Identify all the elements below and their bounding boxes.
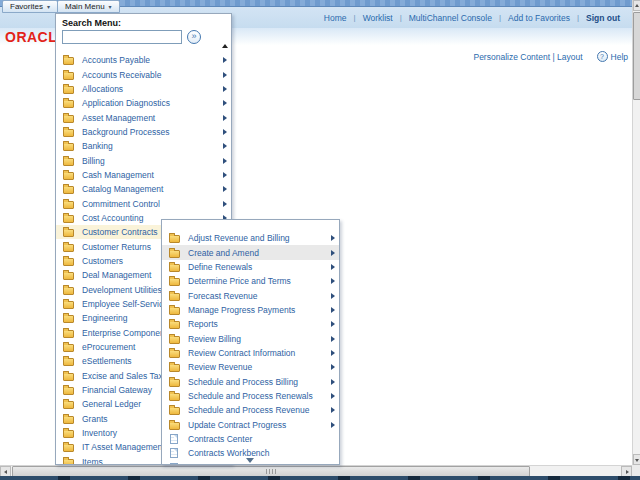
submenu-arrow-icon	[223, 143, 227, 149]
scrollbar-up-button[interactable]	[633, 0, 640, 11]
menu-item-label: Schedule and Process Billing	[188, 377, 298, 387]
menu-item-label: Manage Progress Payments	[188, 305, 295, 315]
folder-icon	[169, 250, 180, 258]
folder-icon	[169, 393, 180, 401]
nav-separator: |	[577, 13, 579, 22]
menu-item-determine-price-and-terms[interactable]: Determine Price and Terms	[162, 274, 339, 288]
scroll-down-icon[interactable]	[246, 458, 254, 463]
submenu-arrow-icon	[331, 350, 335, 356]
folder-icon	[63, 459, 74, 464]
menu-item-billing[interactable]: Billing	[56, 153, 231, 167]
folder-icon	[63, 172, 74, 180]
folder-icon	[169, 364, 180, 372]
menu-item-accounts-payable[interactable]: Accounts Payable	[56, 53, 231, 67]
folder-icon	[63, 344, 74, 352]
submenu-arrow-icon	[223, 100, 227, 106]
folder-icon	[63, 287, 74, 295]
nav-link-home[interactable]: Home	[324, 13, 347, 23]
menu-item-application-diagnostics[interactable]: Application Diagnostics	[56, 96, 231, 110]
tab-main-menu[interactable]: Main Menu ▾	[57, 0, 120, 13]
menu-item-update-contract-progress[interactable]: Update Contract Progress	[162, 417, 339, 431]
horizontal-scrollbar[interactable]	[0, 465, 632, 476]
folder-icon	[169, 264, 180, 272]
menu-item-label: Background Processes	[82, 127, 169, 137]
menu-item-manage-progress-payments[interactable]: Manage Progress Payments	[162, 303, 339, 317]
menu-item-schedule-and-process-revenue[interactable]: Schedule and Process Revenue	[162, 403, 339, 417]
menu-item-asset-management[interactable]: Asset Management	[56, 110, 231, 124]
menu-item-review-revenue[interactable]: Review Revenue	[162, 360, 339, 374]
menu-item-contracts-center[interactable]: Contracts Center	[162, 432, 339, 446]
menu-item-allocations[interactable]: Allocations	[56, 82, 231, 96]
menu-item-create-and-amend[interactable]: Create and Amend	[162, 245, 339, 259]
personalize-content-layout-links[interactable]: Personalize Content | Layout	[473, 52, 582, 62]
nav-link-multichannel-console[interactable]: MultiChannel Console	[409, 13, 492, 23]
menu-item-label: Review Contract Information	[188, 348, 295, 358]
search-go-icon[interactable]: »	[187, 30, 201, 44]
menu-item-label: Accounts Receivable	[82, 70, 161, 80]
menu-item-label: Reports	[188, 319, 218, 329]
menu-item-background-processes[interactable]: Background Processes	[56, 125, 231, 139]
help-icon: ?	[597, 51, 608, 62]
folder-icon	[169, 321, 180, 329]
menu-item-label: Development Utilities	[82, 285, 162, 295]
folder-icon	[63, 229, 74, 237]
folder-icon	[63, 373, 74, 381]
menu-item-label: Enterprise Components	[82, 328, 171, 338]
nav-link-worklist[interactable]: Worklist	[363, 13, 393, 23]
personalize-content-link[interactable]: Personalize Content	[473, 52, 550, 62]
menu-item-define-renewals[interactable]: Define Renewals	[162, 260, 339, 274]
submenu-arrow-icon	[331, 364, 335, 370]
help-link[interactable]: ? Help	[597, 51, 628, 62]
menu-item-label: Cost Accounting	[82, 213, 143, 223]
left-arrow-icon	[4, 470, 7, 474]
chevron-down-icon: ▾	[47, 4, 50, 10]
folder-icon	[63, 330, 74, 338]
submenu-arrow-icon	[331, 379, 335, 385]
submenu-arrow-icon	[331, 264, 335, 270]
document-icon	[170, 434, 178, 444]
chevron-down-icon: ▾	[109, 4, 112, 10]
document-icon	[170, 463, 178, 465]
menu-item-cash-management[interactable]: Cash Management	[56, 168, 231, 182]
submenu-arrow-icon	[223, 186, 227, 192]
menu-item-review-billing[interactable]: Review Billing	[162, 331, 339, 345]
menu-search-input[interactable]	[62, 30, 182, 44]
submenu-arrow-icon	[331, 336, 335, 342]
menu-item-label: Define Renewals	[188, 262, 252, 272]
nav-link-add-to-favorites[interactable]: Add to Favorites	[508, 13, 570, 23]
folder-icon	[63, 186, 74, 194]
page-toolbar: Personalize Content | Layout ? Help	[473, 51, 628, 62]
scrollbar-down-button[interactable]	[633, 454, 640, 465]
nav-separator: |	[499, 13, 501, 22]
vertical-scrollbar[interactable]	[632, 0, 640, 465]
menu-item-catalog-management[interactable]: Catalog Management	[56, 182, 231, 196]
vertical-scrollbar-thumb[interactable]	[633, 12, 640, 100]
menu-item-reports[interactable]: Reports	[162, 317, 339, 331]
menu-item-schedule-and-process-renewals[interactable]: Schedule and Process Renewals	[162, 389, 339, 403]
sign-out-link[interactable]: Sign out	[586, 13, 620, 23]
menu-item-commitment-control[interactable]: Commitment Control	[56, 196, 231, 210]
menu-item-label: Deal Management	[82, 270, 151, 280]
menu-item-label: Determine Price and Terms	[188, 276, 291, 286]
menu-item-banking[interactable]: Banking	[56, 139, 231, 153]
menu-item-label: Commitment Control	[82, 199, 160, 209]
nav-separator: |	[354, 13, 356, 22]
menu-item-label: Employee Self-Service	[82, 299, 168, 309]
menu-item-label: eProcurement	[82, 342, 135, 352]
folder-icon	[63, 115, 74, 123]
menu-item-forecast-revenue[interactable]: Forecast Revenue	[162, 288, 339, 302]
menu-item-accounts-receivable[interactable]: Accounts Receivable	[56, 67, 231, 81]
menu-item-label: Inventory	[82, 428, 117, 438]
menu-item-adjust-revenue-and-billing[interactable]: Adjust Revenue and Billing	[162, 231, 339, 245]
folder-icon	[63, 129, 74, 137]
layout-link[interactable]: Layout	[557, 52, 583, 62]
tab-favorites[interactable]: Favorites ▾	[2, 0, 58, 13]
folder-icon	[63, 244, 74, 252]
submenu-list: Adjust Revenue and BillingCreate and Ame…	[162, 220, 339, 465]
scroll-up-icon[interactable]	[222, 44, 228, 48]
menu-item-label: Application Diagnostics	[82, 98, 170, 108]
submenu-arrow-icon	[331, 250, 335, 256]
menu-item-review-contract-information[interactable]: Review Contract Information	[162, 346, 339, 360]
menu-item-schedule-and-process-billing[interactable]: Schedule and Process Billing	[162, 374, 339, 388]
folder-icon	[169, 379, 180, 387]
